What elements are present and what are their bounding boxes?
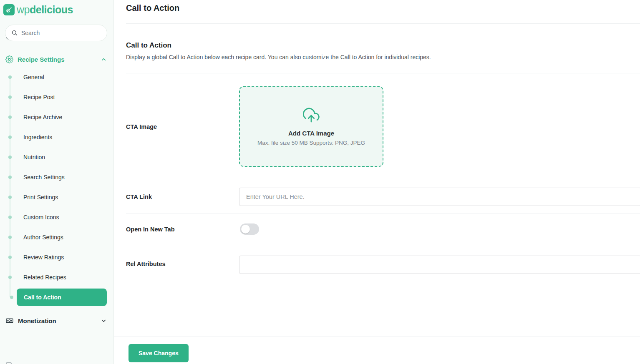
sidebar-item-custom-icons[interactable]: Custom Icons	[0, 207, 113, 227]
save-bar: Save Changes	[114, 336, 640, 364]
sidebar-item-label: Search Settings	[23, 174, 65, 181]
sidebar-item-label: Recipe Archive	[23, 114, 62, 120]
bullet-dot	[8, 75, 12, 79]
cta-image-label: CTA Image	[126, 123, 239, 130]
banknote-icon	[5, 316, 14, 325]
bullet-dot	[8, 216, 12, 219]
sidebar-item-label: Print Settings	[23, 194, 58, 201]
bullet-dot	[10, 296, 13, 299]
sidebar-item-search-settings[interactable]: Search Settings	[0, 167, 113, 187]
cta-link-input[interactable]	[239, 188, 640, 206]
brand-wp: wp	[17, 4, 30, 15]
open-in-new-tab-label: Open In New Tab	[126, 226, 239, 233]
chevron-up-icon	[101, 56, 107, 63]
sidebar-item-author-settings[interactable]: Author Settings	[0, 227, 113, 247]
section-intro: Call to Action Display a global Call to …	[126, 24, 640, 73]
sidebar-item-label: Author Settings	[23, 234, 63, 241]
search-icon	[11, 30, 18, 36]
section-label: Monetization	[18, 317, 96, 324]
cta-image-upload-dropzone[interactable]: Add CTA Image Max. file size 50 MB Suppo…	[239, 86, 383, 167]
form-row-rel-attributes: Rel Attributes	[126, 245, 640, 333]
sidebar-item-call-to-action-active[interactable]: Call to Action	[17, 289, 107, 306]
bullet-dot	[8, 115, 12, 119]
sidebar-item-print-settings[interactable]: Print Settings	[0, 187, 113, 207]
sidebar-item-recipe-post[interactable]: Recipe Post	[0, 87, 113, 107]
bullet-dot	[8, 176, 12, 179]
sidebar-item-label: Custom Icons	[23, 214, 59, 221]
save-changes-button[interactable]: Save Changes	[129, 344, 189, 362]
sidebar-item-general[interactable]: General	[0, 67, 113, 87]
sidebar-item-label: Related Recipes	[23, 274, 66, 281]
form-row-open-in-new-tab: Open In New Tab	[126, 213, 640, 245]
upload-cloud-icon	[303, 107, 320, 124]
sidebar-item-nutrition[interactable]: Nutrition	[0, 147, 113, 167]
brand-name: wpdelicious	[17, 4, 73, 15]
cut-off-section-icon	[6, 362, 12, 364]
sidebar-item-review-ratings[interactable]: Review Ratings	[0, 247, 113, 267]
bullet-dot	[8, 136, 12, 139]
sidebar-item-label: Recipe Post	[23, 94, 55, 100]
sidebar-item-label: Nutrition	[23, 154, 45, 161]
rel-attributes-label: Rel Attributes	[126, 256, 239, 267]
brand-logo: wpdelicious	[0, 0, 113, 17]
brand-delicious: delicious	[30, 4, 73, 15]
sidebar-item-related-recipes[interactable]: Related Recipes	[0, 267, 113, 287]
sidebar-item-label: Review Ratings	[23, 254, 64, 261]
sidebar-search[interactable]	[5, 25, 107, 41]
cta-link-label: CTA Link	[126, 193, 239, 200]
form-row-cta-image: CTA Image Add CTA Image Max. file size 5…	[126, 73, 640, 180]
rel-attributes-input[interactable]	[239, 256, 640, 274]
toggle-knob	[241, 225, 250, 233]
bullet-dot	[8, 236, 12, 239]
form-row-cta-link: CTA Link	[126, 180, 640, 213]
page-header: Call to Action	[126, 0, 640, 24]
sidebar-item-label: Call to Action	[24, 294, 61, 301]
sidebar: wpdelicious General Settings	[0, 0, 114, 364]
whisk-icon	[3, 4, 15, 15]
section-label: Recipe Settings	[18, 56, 96, 63]
sidebar-item-label: General	[23, 74, 44, 80]
sidebar-item-ingredients[interactable]: Ingredients	[0, 127, 113, 147]
upload-hint: Max. file size 50 MB Supports: PNG, JPEG	[257, 140, 365, 146]
page-title: Call to Action	[126, 3, 640, 13]
section-description: Display a global Call to Action below ea…	[126, 54, 640, 60]
sidebar-section-recipe-settings[interactable]: Recipe Settings	[0, 53, 113, 65]
chevron-down-icon	[101, 318, 107, 324]
bullet-dot	[8, 276, 12, 279]
bullet-dot	[8, 156, 12, 159]
bullet-dot	[8, 196, 12, 199]
bullet-dot	[8, 256, 12, 259]
recipe-settings-submenu: General Recipe Post Recipe Archive Ingre…	[0, 67, 113, 306]
upload-title: Add CTA Image	[288, 130, 334, 137]
bullet-dot	[8, 95, 12, 99]
gear-icon	[5, 55, 13, 63]
sidebar-item-recipe-archive[interactable]: Recipe Archive	[0, 107, 113, 127]
section-heading: Call to Action	[126, 41, 640, 50]
main-content: Call to Action Call to Action Display a …	[114, 0, 640, 364]
search-input[interactable]	[21, 30, 101, 36]
open-in-new-tab-toggle[interactable]	[240, 223, 259, 235]
sidebar-item-label: Ingredients	[23, 134, 52, 141]
sidebar-section-monetization[interactable]: Monetization	[0, 314, 113, 327]
